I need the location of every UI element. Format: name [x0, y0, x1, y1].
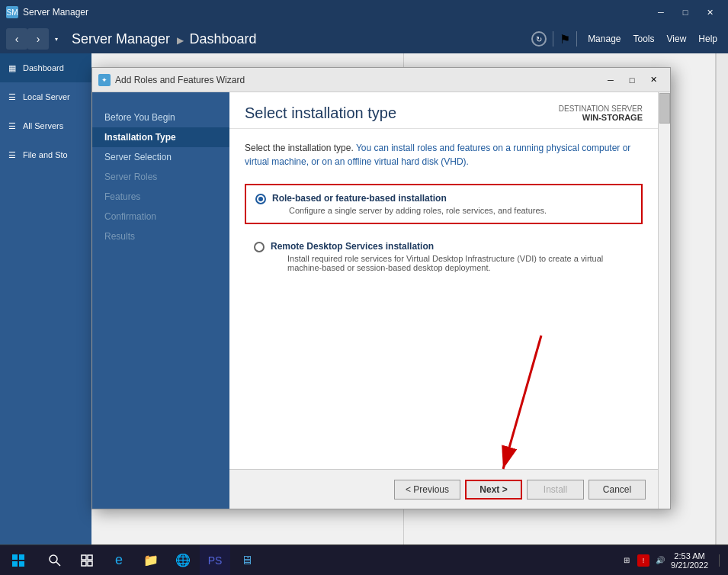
wizard-scrollbar[interactable]	[658, 92, 670, 509]
destination-name: WIN-STORAGE	[559, 113, 643, 122]
servermanager-taskbar-button[interactable]: 🖥	[232, 545, 262, 576]
ie2-taskbar-button[interactable]: 🌐	[168, 545, 198, 576]
install-button[interactable]: Install	[527, 480, 584, 500]
refresh-icon[interactable]: ↻	[531, 31, 547, 47]
view-menu[interactable]: View	[662, 31, 691, 47]
wizard-description: Select the installation type. You can in…	[245, 141, 643, 169]
main-scrollbar[interactable]	[716, 53, 728, 544]
network-icon[interactable]: ⊞	[621, 554, 633, 567]
folder-taskbar-button[interactable]: 📁	[136, 545, 166, 576]
wizard-icon: ✦	[98, 74, 111, 86]
wizard-nav-confirmation: Confirmation	[92, 207, 229, 226]
clock-date: 9/21/2022	[671, 561, 708, 570]
radio-dot	[258, 197, 263, 201]
ie-taskbar-button[interactable]: e	[104, 545, 134, 576]
minimize-button[interactable]: ─	[649, 5, 673, 20]
rds-option[interactable]: Remote Desktop Services installation Ins…	[245, 233, 643, 280]
menu-right-area: ↻ ⚑ Manage Tools View Help	[531, 31, 728, 47]
all-servers-icon: ☰	[6, 120, 18, 132]
tools-menu[interactable]: Tools	[629, 31, 659, 47]
svg-rect-3	[19, 554, 24, 560]
sidebar-item-label-file-storage: File and Sto	[23, 150, 68, 159]
wizard-page-title: Select installation type	[245, 104, 396, 122]
sidebar-item-label-all-servers: All Servers	[23, 121, 63, 130]
title-bar-text: Server Manager	[23, 7, 644, 18]
start-button[interactable]	[0, 545, 37, 576]
wizard-scrollbar-thumb[interactable]	[659, 93, 670, 124]
close-button[interactable]: ✕	[698, 5, 722, 20]
powershell-taskbar-button[interactable]: PS	[200, 545, 230, 576]
divider	[553, 31, 553, 47]
sidebar-item-label-dashboard: Dashboard	[23, 63, 64, 72]
taskbar-clock[interactable]: 2:53 AM 9/21/2022	[671, 551, 714, 570]
sidebar-item-local-server[interactable]: ☰ Local Server	[0, 82, 91, 111]
role-based-option[interactable]: Role-based or feature-based installation…	[245, 184, 643, 224]
rds-description: Install required role services for Virtu…	[287, 254, 633, 272]
previous-button[interactable]: < Previous	[394, 480, 460, 500]
wizard-description-link: You can install roles and features on a …	[245, 143, 630, 167]
rds-radio[interactable]	[254, 242, 265, 252]
svg-line-7	[56, 562, 60, 566]
taskbar-right: ⊞ ! 🔊 2:53 AM 9/21/2022	[621, 551, 728, 570]
title-bar-controls: ─ □ ✕	[649, 5, 722, 20]
wizard-content: Select installation type DESTINATION SER…	[229, 92, 658, 509]
svg-point-6	[50, 555, 57, 563]
rds-label: Remote Desktop Services installation	[271, 241, 633, 252]
app-icon: SM	[6, 6, 18, 18]
destination-label: DESTINATION SERVER	[559, 104, 643, 113]
wizard-maximize-button[interactable]: □	[621, 72, 643, 88]
svg-rect-10	[82, 561, 86, 566]
role-based-description: Configure a single server by adding role…	[289, 206, 547, 215]
sidebar-item-all-servers[interactable]: ☰ All Servers	[0, 111, 91, 140]
wizard-footer: < Previous Next > Install Cancel	[229, 469, 658, 509]
svg-rect-8	[82, 555, 86, 560]
wizard-body: Before You Begin Installation Type Serve…	[92, 92, 670, 509]
next-button[interactable]: Next >	[465, 480, 522, 500]
help-menu[interactable]: Help	[694, 31, 722, 47]
breadcrumb-page: Dashboard	[189, 31, 256, 47]
wizard-nav-server-roles: Server Roles	[92, 167, 229, 187]
wizard-nav-server-selection[interactable]: Server Selection	[92, 147, 229, 167]
wizard-minimize-button[interactable]: ─	[600, 72, 621, 88]
wizard-dialog: ✦ Add Roles and Features Wizard ─ □ ✕ Be…	[91, 67, 671, 509]
taskbar-icons: e 📁 🌐 PS 🖥	[37, 545, 265, 576]
show-desktop-button[interactable]	[719, 554, 725, 567]
wizard-nav-results: Results	[92, 226, 229, 246]
search-taskbar-button[interactable]	[40, 545, 70, 576]
notifications-icon[interactable]: ⚑	[560, 32, 570, 47]
task-view-button[interactable]	[72, 545, 102, 576]
role-based-content: Role-based or feature-based installation…	[272, 193, 547, 215]
manage-menu[interactable]: Manage	[583, 31, 625, 47]
wizard-close-button[interactable]: ✕	[643, 72, 664, 88]
breadcrumb: Server Manager ▶ Dashboard	[72, 31, 531, 47]
maximize-button[interactable]: □	[673, 5, 698, 20]
sidebar-item-dashboard[interactable]: ▦ Dashboard	[0, 53, 91, 82]
role-based-option-row: Role-based or feature-based installation…	[255, 193, 632, 215]
wizard-title-bar: ✦ Add Roles and Features Wizard ─ □ ✕	[92, 68, 670, 92]
svg-rect-4	[12, 561, 18, 567]
wizard-nav: Before You Begin Installation Type Serve…	[92, 92, 229, 509]
wizard-nav-features: Features	[92, 187, 229, 207]
local-server-icon: ☰	[6, 91, 18, 103]
clock-time: 2:53 AM	[671, 551, 708, 561]
sidebar-item-file-storage[interactable]: ☰ File and Sto	[0, 140, 91, 169]
divider2	[576, 31, 577, 47]
forward-button[interactable]: ›	[27, 28, 49, 50]
nav-dropdown-button[interactable]: ▾	[49, 28, 64, 50]
rds-content: Remote Desktop Services installation Ins…	[271, 241, 633, 272]
volume-icon[interactable]: 🔊	[654, 554, 666, 567]
security-alert-icon: !	[637, 554, 649, 567]
wizard-nav-installation-type[interactable]: Installation Type	[92, 127, 229, 147]
search-taskbar-icon	[49, 554, 61, 567]
file-storage-icon: ☰	[6, 149, 18, 161]
windows-logo-icon	[12, 554, 24, 567]
role-based-radio[interactable]	[255, 194, 266, 204]
back-button[interactable]: ‹	[6, 28, 27, 50]
role-based-label: Role-based or feature-based installation	[272, 193, 547, 204]
menu-bar: ‹ › ▾ Server Manager ▶ Dashboard ↻ ⚑ Man…	[0, 24, 728, 53]
task-view-icon	[81, 554, 93, 567]
sidebar-item-label-local-server: Local Server	[23, 92, 70, 101]
cancel-button[interactable]: Cancel	[588, 480, 646, 500]
svg-rect-5	[19, 561, 24, 567]
wizard-nav-before-you-begin[interactable]: Before You Begin	[92, 108, 229, 127]
